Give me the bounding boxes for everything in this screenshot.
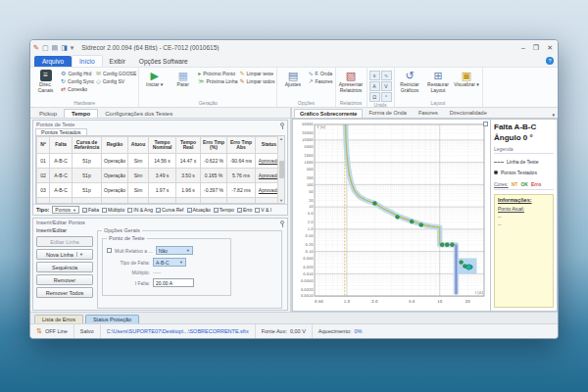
reiniciar-graficos-button[interactable]: ↺ Reiniciar Gráficos (397, 69, 423, 93)
tab-forma-de-onda[interactable]: Forma de Onda (363, 108, 413, 118)
tab-exibir[interactable]: Exibir (103, 56, 132, 67)
column-header[interactable]: Região (102, 137, 128, 154)
open-file-icon[interactable]: ▤ (52, 44, 59, 51)
column-header[interactable]: Falta (50, 137, 73, 154)
filter-checkbox[interactable]: ✓Atuação (187, 207, 211, 213)
sequencia-button[interactable]: Sequência (36, 262, 93, 272)
table-row[interactable]: 02A-B-C51pOperaçãoSim3.49 s3.50 s0.165 %… (37, 169, 283, 183)
filter-checkbox[interactable]: ✓Erro (237, 207, 252, 213)
limpar-teste-button[interactable]: ✎Limpar teste (239, 71, 274, 76)
checked-box-icon[interactable]: ✓ (237, 208, 242, 213)
overcurrent-chart[interactable]: 0.501.02.05.0102050000200001000050002000… (292, 119, 491, 312)
save-icon[interactable]: ◨ (61, 44, 68, 51)
config-goose-button[interactable]: ✉Config GOOSE (96, 71, 136, 76)
unit-toggle[interactable]: ° (381, 92, 392, 102)
chart-maximize-icon[interactable] (483, 122, 488, 126)
nova-linha-button[interactable]: Nova Linha▼ (36, 249, 93, 260)
qat-dropdown-icon[interactable]: ▾ (71, 44, 74, 51)
ajustes-button[interactable]: ▤ Ajustes (279, 69, 306, 88)
config-sv-button[interactable]: ◇Config SV (96, 78, 136, 84)
checked-box-icon[interactable]: ✓ (187, 208, 192, 213)
unit-toggle[interactable]: A (369, 81, 380, 91)
table-row[interactable]: 04A-B-C51pOperaçãoSim1.48 s1.47 s-0.474 … (37, 198, 283, 205)
tab-fasores[interactable]: Fasores (413, 108, 444, 118)
unit-toggle[interactable]: ∿ (381, 71, 392, 80)
scroll-down-icon[interactable]: ▼ (279, 198, 283, 203)
pin-icon[interactable] (280, 122, 284, 126)
scroll-up-icon[interactable]: ▲ (279, 136, 283, 141)
close-button[interactable]: ✕ (547, 44, 553, 51)
tab-status-protecao[interactable]: Status Proteção (85, 315, 139, 323)
table-row[interactable]: 01A-B-C51pOperaçãoSim14.56 s14.47 s-0.62… (37, 154, 283, 169)
tab-direcionalidade[interactable]: Direcionalidade (444, 108, 493, 118)
unit-toggle[interactable]: V (381, 81, 392, 91)
column-header[interactable]: Tempo Real (176, 137, 201, 154)
svg-text:100: 100 (307, 183, 315, 187)
filter-checkbox[interactable]: V & I (255, 207, 271, 213)
column-header[interactable]: Curva de Referência (73, 137, 102, 154)
help-icon[interactable]: ? (546, 57, 554, 65)
restaurar-layout-button[interactable]: ⊞ Restaurar Layout (425, 69, 452, 93)
filter-checkbox[interactable]: Múltiplo (102, 207, 124, 213)
checked-box-icon[interactable]: ✓ (82, 208, 87, 213)
minimize-button[interactable]: – (521, 44, 525, 51)
unchecked-box-icon[interactable] (102, 208, 107, 213)
unchecked-box-icon[interactable] (255, 208, 260, 213)
iniciar-button[interactable]: ▶ Iniciar ▾ (141, 69, 168, 88)
proxima-linha-button[interactable]: ≫Próxima Linha (198, 78, 237, 84)
proximo-ponto-button[interactable]: ▸Próximo Ponto (198, 71, 237, 76)
filter-checkbox[interactable]: IN & Ang (127, 207, 153, 213)
tab-pickup[interactable]: Pickup (32, 110, 64, 118)
fasores-button[interactable]: ↗Fasores (308, 78, 332, 84)
tab-arquivo[interactable]: Arquivo (34, 56, 72, 67)
tab-inicio[interactable]: Início (72, 55, 103, 67)
tab-lista-de-erros[interactable]: Lista de Erros (34, 315, 83, 323)
tipo-falta-select[interactable]: A-B-C▼ (153, 258, 186, 267)
tab-configuracoes[interactable]: Configurações dos Testes (98, 110, 179, 118)
pin-icon[interactable] (280, 220, 284, 224)
tab-overflow-icon[interactable]: ▾ (552, 112, 555, 118)
column-header[interactable]: Tempo Nominal (149, 137, 176, 154)
remover-todos-button[interactable]: Remover Todos (36, 287, 93, 298)
units-toggle-grid[interactable]: s∿AVΩ° (369, 69, 392, 102)
i-falta-input[interactable]: 20.00 A (153, 278, 194, 287)
unit-toggle[interactable]: s (369, 71, 380, 80)
filter-checkbox[interactable]: ✓Tempo (214, 207, 234, 213)
column-header[interactable]: Atuou (128, 137, 149, 154)
limpar-todos-button[interactable]: ✎Limpar todos (239, 78, 274, 84)
parar-button[interactable]: ▦ Parar (170, 69, 196, 88)
tab-opcoes-software[interactable]: Opções Software (132, 56, 195, 67)
filter-checkbox[interactable]: ✓Curva Ref (156, 207, 184, 213)
checked-box-icon[interactable]: ✓ (214, 208, 219, 213)
forma-onda-button[interactable]: ∿F. Onda (308, 71, 332, 76)
maximize-button[interactable]: ❐ (533, 44, 539, 51)
filter-type-select[interactable]: Pontos▼ (52, 206, 79, 214)
table-scrollbar[interactable]: ▲ ▼ (277, 136, 284, 203)
tab-grafico-sobrecorrente[interactable]: Gráfico Sobrecorrente (294, 109, 363, 118)
visualizar-button[interactable]: ▣ Visualizar ▾ (454, 69, 480, 88)
column-header[interactable]: Nº (37, 137, 50, 154)
config-sync-button[interactable]: ↻Config Sync (61, 78, 94, 84)
checked-box-icon[interactable]: ✓ (156, 208, 161, 213)
column-header[interactable]: Erro Tmp Abs (227, 137, 256, 154)
pontos-testados-subtab[interactable]: Pontos Testados (35, 128, 87, 135)
mult-relativo-select[interactable]: Não▼ (156, 246, 193, 255)
conexao-button[interactable]: ⇄Conexão (61, 86, 94, 92)
mult-relativo-checkbox[interactable] (107, 248, 112, 253)
new-file-icon[interactable]: ▢ (42, 44, 49, 51)
chevron-down-icon[interactable]: ▼ (76, 252, 83, 257)
apresentar-relatorios-button[interactable]: ▧ Apresentar Relatórios (338, 69, 365, 93)
editar-linha-button[interactable]: Editar Linha (36, 236, 93, 247)
column-header[interactable]: Erro Tmp (%) (201, 137, 227, 154)
scroll-thumb[interactable] (279, 161, 284, 178)
direc-canais-button[interactable]: ≡ Direc. Canais (32, 69, 59, 93)
remover-button[interactable]: Remover (36, 274, 93, 285)
table-row[interactable]: 03A-B-C51pOperaçãoSim1.97 s1.96 s-0.397 … (37, 183, 283, 198)
file-path-link[interactable]: C:\Users\SUPORTE07\Desktop\...\SOBRECORR… (107, 328, 249, 334)
filter-checkbox[interactable]: ✓Falta (82, 207, 99, 213)
tab-tempo[interactable]: Tempo (64, 109, 98, 118)
config-hrd-button[interactable]: ⚙Config Hrd (61, 71, 94, 76)
unchecked-box-icon[interactable] (127, 208, 132, 213)
svg-text:0.0050: 0.0050 (301, 279, 314, 283)
unit-toggle[interactable]: Ω (369, 92, 380, 102)
